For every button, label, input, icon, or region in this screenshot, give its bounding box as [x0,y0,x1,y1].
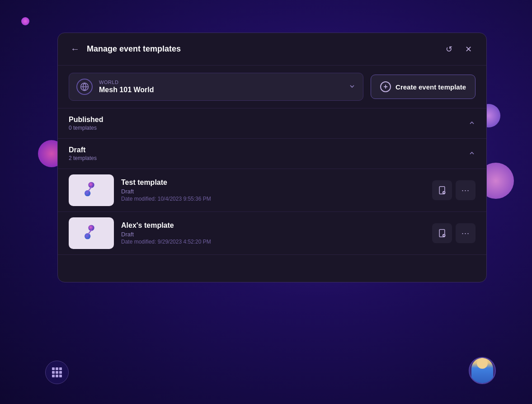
draft-section-title: Draft [69,146,97,154]
draft-chevron-icon [468,150,476,158]
create-event-template-label: Create event template [395,83,466,91]
decorative-orb-top-left [21,17,29,25]
dialog-title: Manage event templates [87,44,437,54]
chevron-down-icon [348,83,356,91]
template-info-test: Test template Draft Date modified: 10/4/… [121,179,425,202]
create-event-template-button[interactable]: + Create event template [371,75,476,99]
avatar-head [477,358,488,369]
world-label: World [99,80,342,85]
template-more-button-alexs[interactable]: ··· [456,223,476,243]
draft-section-info: Draft 2 templates [69,146,97,161]
back-button[interactable]: ← [69,42,81,56]
plus-circle-icon: + [380,81,391,92]
template-publish-button-alexs[interactable] [432,223,452,243]
template-actions-test: ··· [432,180,476,200]
template-status-alexs: Draft [121,231,425,238]
template-name-alexs: Alex's template [121,221,425,230]
avatar-figure [471,358,493,383]
svg-line-10 [88,230,91,234]
template-actions-alexs: ··· [432,223,476,243]
published-section-count: 0 templates [69,125,103,131]
template-info-alexs: Alex's template Draft Date modified: 9/2… [121,221,425,245]
back-arrow-icon: ← [71,44,80,54]
world-row: World Mesh 101 World + Create event temp… [58,66,486,108]
world-name: Mesh 101 World [99,86,342,94]
refresh-button[interactable]: ↺ [442,42,456,56]
close-icon: ✕ [465,44,472,54]
template-name-test: Test template [121,179,425,187]
template-item-test: Test template Draft Date modified: 10/4/… [58,169,486,212]
more-dots-icon-alexs: ··· [461,229,470,238]
published-section-header[interactable]: Published 0 templates [58,108,486,139]
avatar-button[interactable] [469,357,496,384]
template-date-test: Date modified: 10/4/2023 9:55:36 PM [121,196,425,202]
manage-templates-dialog: ← Manage event templates ↺ ✕ World Mesh … [57,33,487,282]
template-item-alexs: Alex's template Draft Date modified: 9/2… [58,212,486,255]
world-globe-icon [76,79,93,95]
published-chevron-icon [468,119,476,128]
template-status-test: Draft [121,188,425,195]
published-section-info: Published 0 templates [69,116,103,131]
published-section-title: Published [69,116,103,124]
dialog-header: ← Manage event templates ↺ ✕ [58,33,486,66]
header-actions: ↺ ✕ [442,42,476,56]
app-grid-button[interactable] [45,361,69,384]
template-thumbnail-alexs [69,217,114,249]
template-publish-button-test[interactable] [432,180,452,200]
refresh-icon: ↺ [446,44,452,54]
draft-section-header[interactable]: Draft 2 templates [58,139,486,169]
svg-point-9 [85,233,90,239]
world-selector[interactable]: World Mesh 101 World [69,73,363,101]
template-date-alexs: Date modified: 9/29/2023 4:52:20 PM [121,239,425,245]
draft-section-count: 2 templates [69,155,97,161]
svg-point-2 [85,190,90,196]
template-more-button-test[interactable]: ··· [456,180,476,200]
more-dots-icon-test: ··· [461,186,470,195]
world-info: World Mesh 101 World [99,80,342,94]
close-button[interactable]: ✕ [461,42,476,56]
template-thumbnail-test [69,174,114,206]
grid-icon [52,367,62,377]
svg-line-3 [88,187,91,191]
